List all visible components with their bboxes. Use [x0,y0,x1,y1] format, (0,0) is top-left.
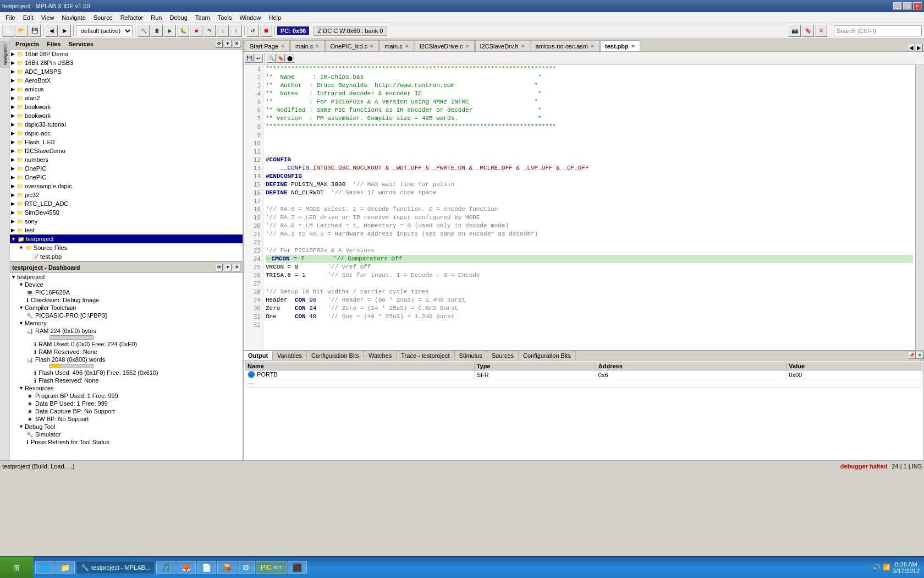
menu-help[interactable]: Help [266,14,285,21]
code-line-19[interactable]: '// RA.7 = LED drive or IR receive input… [266,214,913,222]
code-line-7[interactable]: '* version : PM assembler. Compile size … [266,114,913,123]
menu-file[interactable]: File [2,14,19,21]
new-watch-input[interactable] [245,379,922,388]
dashboard-item-compiler-toolchain[interactable]: ▼Compiler Toolchain [10,304,243,312]
minimize-button[interactable]: _ [893,2,902,10]
menu-run[interactable]: Run [147,14,165,21]
tree-item-bookwork[interactable]: ▶📁bookwork [10,111,243,120]
code-line-24[interactable]: →CMCON = 7 '// Comparators Off [266,255,913,263]
tree-item-dspic-adc[interactable]: ▶📁dspic-adc [10,129,243,138]
tab-scroll-left[interactable]: ◀ [908,43,915,51]
tab-close-icon[interactable]: ✕ [315,43,320,49]
code-line-13[interactable]: __CONFIG _INTOSC_OSC_NOCLKOUT & _WDT_OFF… [266,164,913,172]
code-line-16[interactable]: DEFINE NO_CLRWDT '// Saves 17 words code… [266,189,913,197]
output-tab-watches[interactable]: Watches [364,351,397,360]
code-line-18[interactable]: '// RA.6 = MODE select. 1 = decode funct… [266,205,913,214]
output-tab-stimulus[interactable]: Stimulus [455,351,487,360]
taskbar-mplab-item[interactable]: 🔧 testproject - MPLAB... [76,561,155,574]
snapshot-btn[interactable]: 📷 [789,25,801,37]
new-button[interactable]: 📄 [2,25,14,37]
tab-close-icon[interactable]: ✕ [280,43,285,49]
output-tab-configuration-bits[interactable]: Configuration Bits [307,351,364,360]
window-controls[interactable]: _ □ ✕ [893,2,922,10]
tree-item-aerobotx[interactable]: ▶📁AeroBotX [10,76,243,85]
clean-button[interactable]: 🗑 [151,25,163,37]
tab-close-icon[interactable]: ✕ [631,43,635,49]
tab-close-icon[interactable]: ✕ [590,43,595,49]
maximize-button[interactable]: □ [903,2,912,10]
tree-item-numbers[interactable]: ▶📁numbers [10,155,243,164]
step-out-button[interactable]: ↑ [230,25,242,37]
open-button[interactable]: 📂 [15,25,28,37]
start-button[interactable]: ⊞ [0,557,33,579]
panel-sync-btn[interactable]: ⟳ [215,40,223,48]
dashboard-sync-btn[interactable]: ⟳ [215,264,223,271]
menu-tools[interactable]: Tools [215,14,235,21]
code-line-11[interactable] [266,148,913,156]
code-line-2[interactable]: '* Name : IR-Chips.bas * [266,73,913,81]
tree-item-adc-1msps[interactable]: ▶📁ADC_1MSPS [10,67,243,76]
taskbar-pickit-icon[interactable]: PIC KIT [256,561,287,574]
dashboard-item-resources[interactable]: ▼Resources [10,384,243,392]
tab-close-icon[interactable]: ✕ [465,43,470,49]
taskbar-ff-icon[interactable]: 🦊 [177,561,196,574]
output-tab-trace---testproject[interactable]: Trace - testproject [397,351,454,360]
code-line-17[interactable] [266,197,913,205]
editor-tab-i2cslavedrive-c[interactable]: I2CSlaveDrive.c✕ [415,40,475,51]
tree-item-test-pbp[interactable]: ▶📝test.pbp [10,252,243,261]
taskbar-util-icon[interactable]: ⚙ [238,561,255,574]
dashboard-close-btn[interactable]: ✕ [233,264,240,271]
tree-item-test[interactable]: ▶📁test [10,226,243,235]
code-line-27[interactable] [266,280,913,288]
code-line-12[interactable]: #CONFIG [266,156,913,164]
tab-scroll-right[interactable]: ▶ [915,43,923,51]
et-find[interactable]: 🔍 [267,54,276,63]
output-tab-variables[interactable]: Variables [273,351,307,360]
build-button[interactable]: 🔨 [138,25,150,37]
menu-navigate[interactable]: Navigate [58,14,89,21]
output-tab-sources[interactable]: Sources [487,351,519,360]
code-line-25[interactable]: VRCON = 0 '// Vref Off [266,263,913,271]
editor-tab-test-pbp[interactable]: test.pbp✕ [600,40,640,51]
reset-btn[interactable]: ↺ [247,25,259,37]
tree-item-onepic[interactable]: ▶📁OnePIC [10,164,243,173]
code-line-4[interactable]: '* Notes : Infrared decoder & encoder IC… [266,90,913,98]
menu-refactor[interactable]: Refactor [117,14,147,21]
search-input[interactable] [834,25,922,36]
close-button[interactable]: ✕ [913,2,922,10]
back-button[interactable]: ◀ [46,25,58,37]
code-line-8[interactable]: '***************************************… [266,123,913,131]
code-line-14[interactable]: #ENDCONFIG [266,172,913,181]
taskbar-ie-icon[interactable]: 🌐 [35,561,54,574]
halt-btn[interactable]: ⏹ [260,25,272,37]
delete-btn[interactable]: ✕ [815,25,827,37]
code-line-23[interactable]: '// For PIC16F62x & A versions [266,247,913,255]
et-bookmark[interactable]: 🔖 [276,54,285,63]
code-line-20[interactable]: '// RA.0 = LM Latched = 1, Momentary = 0… [266,222,913,230]
code-line-31[interactable]: One CON 48 '// One = (48 * 25uS) = 1.2mS… [266,313,913,321]
editor-scrollbar[interactable] [915,65,924,350]
dashboard-menu-btn[interactable]: ▼ [224,264,232,271]
code-line-5[interactable]: '* : For PIC16F62x & A version using 4MH… [266,98,913,106]
nav-tabs[interactable]: Navigation [0,39,10,460]
stop-button[interactable]: ■ [190,25,202,37]
debug-button[interactable]: 🐛 [177,25,189,37]
tree-item-source-files[interactable]: ▼📁Source Files [10,243,243,252]
menu-debug[interactable]: Debug [166,14,190,21]
run-button[interactable]: ▶ [164,25,176,37]
et-undo[interactable]: ↩ [254,54,263,63]
tab-close-icon[interactable]: ✕ [370,43,374,49]
code-line-22[interactable] [266,238,913,247]
tab-files[interactable]: Files [43,41,64,47]
et-save[interactable]: 💾 [245,54,254,63]
editor-tab-i2cslavedrv-h[interactable]: I2CSlaveDrv.h✕ [475,40,530,51]
step-over-button[interactable]: ↷ [204,25,216,37]
code-line-15[interactable]: DEFINE PULSIN_MAX 3000 '// MAX wait time… [266,181,913,189]
tree-item-16bit-28p-demo[interactable]: ▶📁16bit 28P Demo [10,50,243,58]
tree-item-oversample-dspic[interactable]: ▶📁oversample dspic [10,182,243,190]
editor-tab-start-page[interactable]: Start Page✕ [245,40,290,51]
tab-projects[interactable]: Projects [12,41,42,47]
taskbar-pdf-icon[interactable]: 📄 [197,561,216,574]
tree-item-testproject[interactable]: ▼📁testproject [10,235,243,243]
tab-services[interactable]: Services [65,41,97,47]
